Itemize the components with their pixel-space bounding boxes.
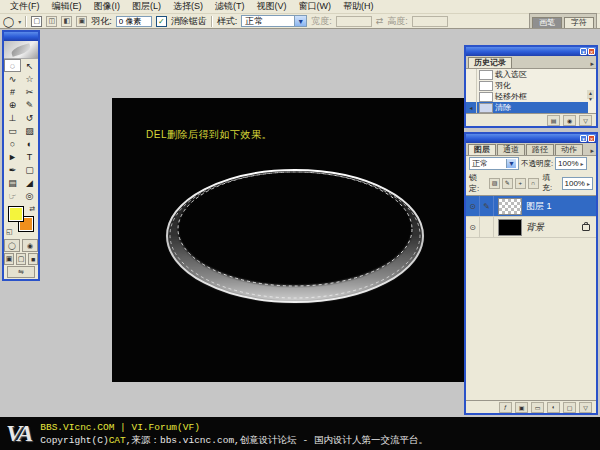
chevron-down-icon[interactable]: ▼	[506, 159, 516, 168]
slider-arrow-icon[interactable]: ▸	[581, 160, 584, 167]
history-item[interactable]: 轻移外框	[466, 91, 588, 102]
menu-edit[interactable]: 编辑(E)	[46, 0, 88, 13]
layer-name[interactable]: 图层 1	[526, 200, 552, 213]
layer-row-layer1[interactable]: ⊙ ✎ 图层 1	[466, 196, 596, 217]
palette-well-tab-brushes[interactable]: 画笔	[532, 17, 562, 28]
dodge-tool-icon[interactable]: ◐	[21, 137, 38, 150]
fullscreen-menubar-button[interactable]: ▢	[16, 253, 26, 265]
tab-paths[interactable]: 路径	[526, 144, 554, 155]
antialias-checkbox[interactable]: ✓	[156, 16, 167, 27]
layer-thumbnail[interactable]	[498, 198, 522, 215]
menu-view[interactable]: 视图(V)	[251, 0, 293, 13]
elliptical-marquee-tool-icon[interactable]: ◌	[4, 59, 21, 72]
layer-mask-icon[interactable]: ▣	[515, 402, 528, 413]
move-tool-icon[interactable]: ↖	[21, 59, 38, 72]
history-titlebar[interactable]: ▾ ✕	[466, 47, 596, 56]
tab-channels[interactable]: 通道	[497, 144, 525, 155]
menu-file[interactable]: 文件(F)	[4, 0, 46, 13]
scroll-down-icon[interactable]: ▼	[587, 96, 594, 102]
layers-titlebar[interactable]: ▾ ✕	[466, 134, 596, 143]
shape-tool-icon[interactable]: ▢	[21, 163, 38, 176]
history-source-box[interactable]	[466, 80, 477, 91]
menu-filter[interactable]: 滤镜(T)	[209, 0, 251, 13]
healing-brush-tool-icon[interactable]: ⊕	[4, 98, 21, 111]
selection-mode-add-button[interactable]: ◫	[46, 16, 57, 27]
collapse-icon[interactable]: ▾	[580, 135, 587, 142]
layer-group-icon[interactable]: ▭	[531, 402, 544, 413]
quick-mask-mode-button[interactable]: ◉	[22, 239, 38, 252]
layer-name[interactable]: 背景	[526, 221, 544, 234]
foreground-color-swatch[interactable]	[8, 206, 24, 222]
lock-pixels-icon[interactable]: ✎	[502, 178, 513, 189]
menu-image[interactable]: 图像(I)	[88, 0, 127, 13]
close-icon[interactable]: ✕	[588, 48, 595, 55]
history-scrollbar[interactable]: ▲▼	[587, 90, 594, 99]
visibility-eye-icon[interactable]: ⊙	[466, 217, 480, 237]
close-icon[interactable]: ✕	[588, 135, 595, 142]
crop-tool-icon[interactable]: #	[4, 85, 21, 98]
blur-tool-icon[interactable]: ○	[4, 137, 21, 150]
tab-layers[interactable]: 图层	[468, 144, 496, 155]
history-item[interactable]: 羽化	[466, 80, 588, 91]
panel-menu-icon[interactable]: ▸	[590, 147, 594, 155]
swap-colors-icon[interactable]: ⇄	[29, 205, 35, 213]
new-snapshot-icon[interactable]: ◉	[563, 115, 576, 126]
slice-tool-icon[interactable]: ✂	[21, 85, 38, 98]
eyedropper-tool-icon[interactable]: ◢	[21, 176, 38, 189]
layer-row-background[interactable]: ⊙ 背景	[466, 217, 596, 238]
selection-mode-new-button[interactable]: ▢	[31, 16, 42, 27]
slider-arrow-icon[interactable]: ▸	[587, 180, 590, 187]
adjustment-layer-icon[interactable]: ◐	[547, 402, 560, 413]
hand-tool-icon[interactable]: ☞	[4, 189, 21, 202]
tool-preset-arrow-icon[interactable]: ▾	[18, 18, 21, 25]
path-selection-tool-icon[interactable]: ►	[4, 150, 21, 163]
notes-tool-icon[interactable]: ▤	[4, 176, 21, 189]
selection-mode-intersect-button[interactable]: ▣	[76, 16, 87, 27]
current-tool-icon[interactable]: ◯	[3, 16, 14, 27]
selection-mode-subtract-button[interactable]: ◧	[61, 16, 72, 27]
eraser-tool-icon[interactable]: ▭	[4, 124, 21, 137]
opacity-value[interactable]: 100%▸	[555, 157, 586, 170]
tab-history[interactable]: 历史记录	[468, 57, 512, 68]
history-item[interactable]: 载入选区	[466, 69, 588, 80]
default-colors-icon[interactable]: ◱	[6, 228, 13, 236]
new-layer-icon[interactable]: ▢	[563, 402, 576, 413]
history-source-box[interactable]	[466, 69, 477, 80]
layer-thumbnail[interactable]	[498, 219, 522, 236]
chevron-down-icon[interactable]: ▼	[294, 16, 306, 26]
panel-menu-icon[interactable]: ▸	[590, 60, 594, 68]
feather-input[interactable]	[116, 16, 152, 27]
new-document-from-state-icon[interactable]: ▤	[547, 115, 560, 126]
lock-all-icon[interactable]: ∩	[528, 178, 539, 189]
jump-to-imageready-button[interactable]: ⇋	[7, 266, 35, 278]
delete-state-icon[interactable]: ▽	[579, 115, 592, 126]
visibility-eye-icon[interactable]: ⊙	[466, 196, 480, 216]
menu-layer[interactable]: 图层(L)	[126, 0, 167, 13]
palette-well-tab-character[interactable]: 字符	[564, 17, 594, 28]
lasso-tool-icon[interactable]: ∿	[4, 72, 21, 85]
fullscreen-button[interactable]: ■	[28, 253, 38, 265]
menu-help[interactable]: 帮助(H)	[337, 0, 380, 13]
layer-style-icon[interactable]: ƒ	[499, 402, 512, 413]
lock-position-icon[interactable]: +	[515, 178, 526, 189]
standard-mode-button[interactable]: ◯	[4, 239, 20, 252]
history-source-box[interactable]: ◂	[466, 102, 477, 113]
history-brush-tool-icon[interactable]: ↺	[21, 111, 38, 124]
history-item-selected[interactable]: ◂ 清除	[466, 102, 588, 113]
brush-tool-icon[interactable]: ✎	[21, 98, 38, 111]
menu-select[interactable]: 选择(S)	[167, 0, 209, 13]
clone-stamp-tool-icon[interactable]: ⊥	[4, 111, 21, 124]
type-tool-icon[interactable]: T	[21, 150, 38, 163]
delete-layer-icon[interactable]: ▽	[579, 402, 592, 413]
lock-transparency-icon[interactable]: ▨	[489, 178, 500, 189]
document-canvas[interactable]: DEL删除后得到如下效果。	[112, 98, 464, 382]
fill-value[interactable]: 100%▸	[562, 177, 593, 190]
zoom-tool-icon[interactable]: ◎	[21, 189, 38, 202]
standard-screen-button[interactable]: ▣	[4, 253, 14, 265]
history-source-box[interactable]	[466, 91, 477, 102]
collapse-icon[interactable]: ▾	[580, 48, 587, 55]
magic-wand-tool-icon[interactable]: ☆	[21, 72, 38, 85]
tab-actions[interactable]: 动作	[555, 144, 583, 155]
style-select[interactable]: 正常 ▼	[241, 15, 307, 27]
menu-window[interactable]: 窗口(W)	[293, 0, 338, 13]
